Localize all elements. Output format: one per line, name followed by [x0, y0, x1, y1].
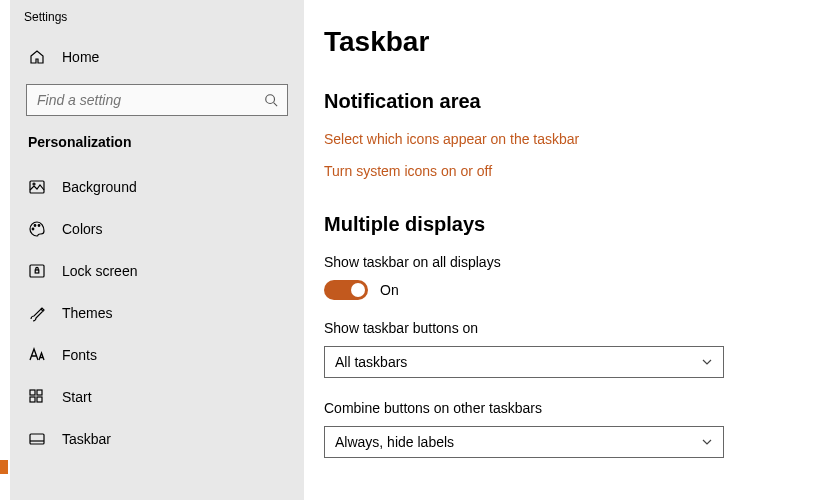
nav-label: Start: [62, 389, 92, 405]
svg-rect-7: [35, 270, 39, 273]
svg-point-4: [34, 225, 36, 227]
search-box[interactable]: [26, 84, 288, 116]
svg-point-5: [38, 225, 40, 227]
toggle-state-text: On: [380, 282, 399, 298]
group-multiple-displays: Multiple displays Show taskbar on all di…: [324, 213, 776, 458]
select-value: Always, hide labels: [335, 434, 454, 450]
nav-item-themes[interactable]: Themes: [10, 292, 304, 334]
nav-item-colors[interactable]: Colors: [10, 208, 304, 250]
main-content: Taskbar Notification area Select which i…: [304, 0, 816, 500]
nav-label: Themes: [62, 305, 113, 321]
svg-point-3: [32, 228, 34, 230]
image-icon: [28, 178, 46, 196]
taskbar-icon: [28, 430, 46, 448]
nav-item-fonts[interactable]: Fonts: [10, 334, 304, 376]
chevron-down-icon: [701, 436, 713, 448]
toggle-knob: [351, 283, 365, 297]
nav-label: Lock screen: [62, 263, 137, 279]
svg-rect-10: [30, 397, 35, 402]
page-title: Taskbar: [324, 26, 776, 58]
section-label: Personalization: [10, 134, 304, 166]
home-icon: [28, 48, 46, 66]
link-select-icons[interactable]: Select which icons appear on the taskbar: [324, 131, 776, 147]
nav-label: Background: [62, 179, 137, 195]
link-system-icons[interactable]: Turn system icons on or off: [324, 163, 776, 179]
sidebar: Settings Home Personalization Background: [10, 0, 304, 500]
toggle-label: Show taskbar on all displays: [324, 254, 776, 270]
palette-icon: [28, 220, 46, 238]
group-title: Multiple displays: [324, 213, 776, 236]
nav-label: Taskbar: [62, 431, 111, 447]
lock-icon: [28, 262, 46, 280]
svg-rect-8: [30, 390, 35, 395]
select-label: Show taskbar buttons on: [324, 320, 776, 336]
nav-list: Background Colors Lock screen: [10, 166, 304, 460]
group-title: Notification area: [324, 90, 776, 113]
search-input[interactable]: [26, 84, 288, 116]
svg-point-2: [33, 183, 35, 185]
group-notification: Notification area Select which icons app…: [324, 90, 776, 179]
nav-item-lockscreen[interactable]: Lock screen: [10, 250, 304, 292]
show-buttons-on-select[interactable]: All taskbars: [324, 346, 724, 378]
home-label: Home: [62, 49, 99, 65]
nav-label: Fonts: [62, 347, 97, 363]
svg-rect-12: [30, 434, 44, 444]
nav-item-taskbar[interactable]: Taskbar: [10, 418, 304, 460]
brush-icon: [28, 304, 46, 322]
select-label: Combine buttons on other taskbars: [324, 400, 776, 416]
fonts-icon: [28, 346, 46, 364]
nav-item-start[interactable]: Start: [10, 376, 304, 418]
chevron-down-icon: [701, 356, 713, 368]
svg-rect-9: [37, 390, 42, 395]
home-button[interactable]: Home: [10, 38, 304, 76]
window-title: Settings: [10, 10, 304, 38]
select-value: All taskbars: [335, 354, 407, 370]
svg-rect-11: [37, 397, 42, 402]
start-icon: [28, 388, 46, 406]
nav-label: Colors: [62, 221, 102, 237]
nav-item-background[interactable]: Background: [10, 166, 304, 208]
offscreen-left-edge: [0, 0, 10, 500]
show-on-all-displays-toggle[interactable]: [324, 280, 368, 300]
combine-buttons-select[interactable]: Always, hide labels: [324, 426, 724, 458]
